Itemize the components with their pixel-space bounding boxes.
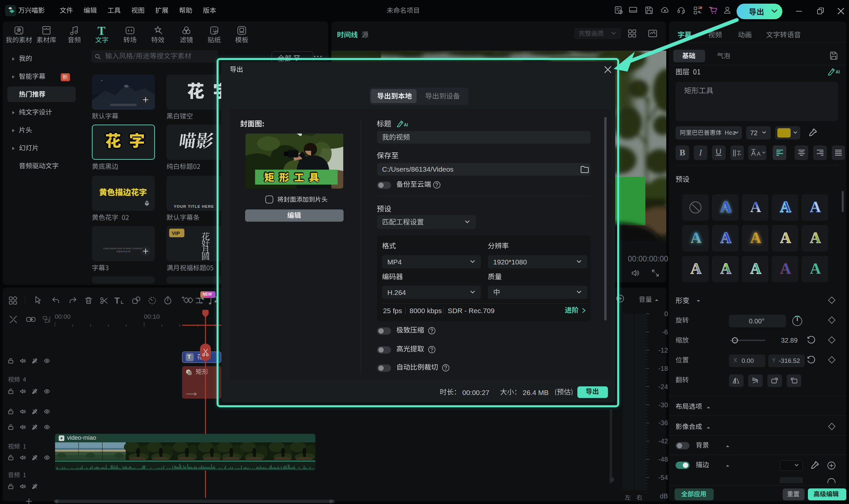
svg-text:A: A xyxy=(757,151,761,157)
